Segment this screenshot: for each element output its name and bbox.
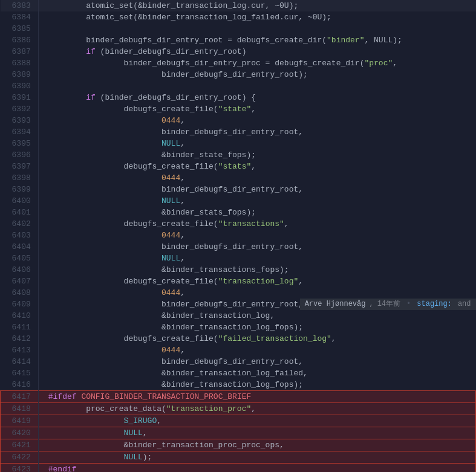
table-row: 6390: [1, 80, 476, 92]
code-token: "transaction_proc": [166, 404, 251, 413]
code-token: debugfs_create_file(: [48, 334, 218, 343]
code-token: binder_debugfs_dir_entry_root,: [48, 185, 303, 194]
line-number: 6386: [1, 34, 39, 46]
code-token: binder_debugfs_dir_entry_root,: [48, 300, 303, 309]
code-token: binder_debugfs_dir_entry_root);: [48, 70, 308, 79]
line-number: 6399: [1, 184, 39, 195]
code-token: ,: [331, 334, 336, 343]
table-row: 6385: [1, 23, 476, 34]
code-token: &binder_transaction_proc_proc_ops,: [48, 441, 284, 450]
table-row: 6416 &binder_transaction_log_fops);: [1, 379, 476, 391]
table-row: 6400 NULL,: [1, 195, 476, 207]
code-token: ,: [180, 173, 185, 183]
blame-annotation: Arve Hjønnevåg, 14年前•staging:and: [300, 299, 476, 310]
line-number: 6383: [1, 0, 39, 11]
code-token: ,: [251, 404, 256, 413]
code-token: [48, 173, 161, 183]
code-token: 0444: [161, 231, 180, 240]
table-row: 6384 atomic_set(&binder_transaction_log_…: [1, 11, 476, 23]
line-code: debugfs_create_file("state",: [38, 103, 475, 115]
blame-branch: staging:: [417, 299, 452, 310]
line-code: NULL,: [38, 253, 475, 264]
line-code: 0444,: [38, 287, 475, 299]
code-token: debugfs_create_file(: [48, 277, 218, 286]
code-token: &binder_transaction_log,: [48, 311, 275, 320]
blame-dot: •: [406, 299, 411, 310]
code-token: atomic_set(&binder_transaction_log_faile…: [48, 13, 331, 22]
code-token: &binder_transaction_log_fops);: [48, 380, 303, 389]
code-token: ,: [393, 59, 397, 68]
code-token: if: [86, 47, 96, 56]
table-row: 6403 0444,: [1, 230, 476, 241]
line-number: 6392: [1, 103, 39, 115]
line-code: atomic_set(&binder_transaction_log_faile…: [38, 11, 475, 23]
code-token: binder_debugfs_dir_entry_root,: [48, 357, 303, 366]
table-row: 6417#ifdef CONFIG_BINDER_TRANSACTION_PRO…: [1, 391, 476, 403]
table-row: 6405 NULL,: [1, 253, 476, 264]
code-token: debugfs_create_file(: [48, 105, 218, 114]
line-number: 6417: [1, 391, 39, 403]
code-token: ,: [157, 416, 161, 425]
line-code: &binder_transaction_log,: [38, 310, 475, 322]
line-code: &binder_transactions_fops);: [38, 264, 475, 276]
blame-commit-text: and: [458, 299, 471, 310]
line-number: 6398: [1, 172, 39, 184]
code-token: );: [143, 453, 152, 462]
line-number: 6418: [1, 403, 39, 415]
line-code: 0444,: [38, 115, 475, 126]
code-token: ,: [180, 139, 185, 148]
code-editor: 6383 atomic_set(&binder_transaction_log.…: [0, 0, 476, 472]
line-code: &binder_transaction_log_fops);: [38, 379, 475, 391]
line-code: #endif: [38, 464, 475, 473]
line-number: 6422: [1, 451, 39, 464]
code-token: ,: [180, 116, 185, 125]
line-number: 6402: [1, 218, 39, 230]
line-code: &binder_transaction_proc_proc_ops,: [38, 439, 475, 451]
table-row: 6395 NULL,: [1, 138, 476, 149]
line-code: &binder_transaction_log_fops);: [38, 322, 475, 333]
table-row: 6398 0444,: [1, 172, 476, 184]
line-code: &binder_state_fops);: [38, 149, 475, 161]
table-row: 6418 proc_create_data("transaction_proc"…: [1, 403, 476, 415]
table-row: 6422 NULL);: [1, 451, 476, 464]
table-row: 6383 atomic_set(&binder_transaction_log.…: [1, 0, 476, 11]
line-code: 0444,: [38, 344, 475, 356]
code-token: [48, 139, 161, 148]
line-number: 6421: [1, 439, 39, 451]
line-code: binder_debugfs_dir_entry_root = debugfs_…: [38, 34, 475, 46]
code-token: NULL: [161, 254, 180, 263]
code-token: [48, 93, 86, 102]
table-row: 6423#endif: [1, 464, 476, 473]
code-token: [48, 116, 161, 125]
code-token: [48, 231, 161, 240]
code-table: 6383 atomic_set(&binder_transaction_log.…: [0, 0, 476, 472]
line-code: NULL);: [38, 451, 475, 464]
line-number: 6420: [1, 427, 39, 439]
line-number: 6395: [1, 138, 39, 149]
code-token: ,: [251, 105, 256, 114]
line-code: if (binder_debugfs_dir_entry_root): [38, 46, 475, 57]
table-row: 6392 debugfs_create_file("state",: [1, 103, 476, 115]
code-token: "transactions": [218, 219, 284, 228]
table-row: 6406 &binder_transactions_fops);: [1, 264, 476, 276]
line-number: 6415: [1, 367, 39, 379]
table-row: 6397 debugfs_create_file("stats",: [1, 161, 476, 172]
code-token: atomic_set(&binder_transaction_log.cur, …: [48, 1, 298, 10]
code-token: debugfs_create_file(: [48, 219, 218, 228]
table-row: 6411 &binder_transaction_log_fops);: [1, 322, 476, 333]
code-token: NULL: [124, 453, 143, 462]
code-token: "transaction_log": [218, 277, 299, 286]
code-token: [48, 346, 161, 355]
line-code: debugfs_create_file("transactions",: [38, 218, 475, 230]
line-number: 6387: [1, 46, 39, 57]
code-token: "state": [218, 105, 252, 114]
code-token: binder_debugfs_dir_entry_proc = debugfs_…: [48, 59, 365, 68]
line-number: 6413: [1, 344, 39, 356]
line-number: 6410: [1, 310, 39, 322]
code-token: [48, 288, 161, 297]
line-number: 6388: [1, 57, 39, 69]
code-token: ,: [180, 346, 185, 355]
blame-author: Arve Hjønnevåg: [305, 299, 366, 310]
line-number: 6405: [1, 253, 39, 264]
line-number: 6390: [1, 80, 39, 92]
